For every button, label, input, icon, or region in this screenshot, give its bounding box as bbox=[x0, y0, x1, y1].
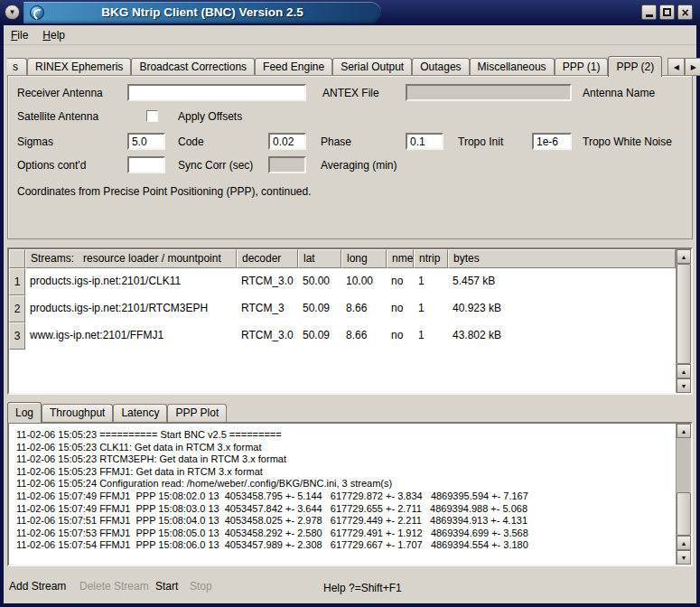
tab-scroll-right-button[interactable]: ▶ bbox=[685, 58, 700, 76]
menu-file[interactable]: File bbox=[4, 27, 35, 43]
streams-table-header: Streams: resource loader / mountpoint de… bbox=[9, 249, 676, 268]
tropo-init-label: Tropo Init bbox=[458, 135, 503, 148]
cell-decoder: RTCM_3.0 bbox=[237, 268, 298, 295]
log-line: 11-02-06 15:07:49 FFMJ1 PPP 15:08:02.0 1… bbox=[16, 490, 668, 503]
apply-offsets-checkbox[interactable] bbox=[146, 110, 158, 122]
title-capsule: BKG Ntrip Client (BNC) Version 2.5 bbox=[23, 2, 381, 23]
help-shortcut-label: Help ?=Shift+F1 bbox=[323, 582, 402, 594]
code-input[interactable] bbox=[268, 133, 306, 150]
phase-label: Phase bbox=[321, 135, 351, 148]
row-number[interactable]: 2 bbox=[9, 295, 25, 322]
tropo-init-input[interactable] bbox=[532, 133, 572, 150]
maximize-button[interactable] bbox=[659, 5, 675, 20]
stream-row-3[interactable]: 3 www.igs-ip.net:2101/FFMJ1 RTCM_3.0 50.… bbox=[9, 322, 676, 350]
phase-input[interactable] bbox=[406, 133, 443, 150]
tab-broadcast-corrections[interactable]: Broadcast Corrections bbox=[131, 58, 255, 76]
header-bytes: bytes bbox=[448, 249, 676, 268]
add-stream-button[interactable]: Add Stream bbox=[9, 580, 66, 593]
start-button[interactable]: Start bbox=[155, 580, 178, 593]
header-lat: lat bbox=[298, 249, 341, 268]
log-line: 11-02-06 15:07:54 FFMJ1 PPP 15:08:06.0 1… bbox=[16, 539, 668, 552]
sync-corr-label: Sync Corr (sec) bbox=[178, 159, 253, 172]
close-icon: × bbox=[681, 6, 688, 19]
cell-nmea: no bbox=[387, 268, 414, 295]
receiver-antenna-label: Receiver Antenna bbox=[17, 87, 103, 99]
code-label: Code bbox=[178, 135, 204, 148]
row-number[interactable]: 1 bbox=[9, 268, 25, 295]
header-long: long bbox=[341, 249, 387, 268]
titlebar[interactable]: ▾ BKG Ntrip Client (BNC) Version 2.5 × bbox=[0, 0, 700, 25]
tab-ppp-plot[interactable]: PPP Plot bbox=[167, 404, 227, 422]
minimize-button[interactable] bbox=[641, 5, 657, 20]
delete-stream-button[interactable]: Delete Stream bbox=[79, 580, 149, 593]
log-line: 11-02-06 15:05:23 ========== Start BNC v… bbox=[16, 429, 668, 442]
cell-lat: 50.00 bbox=[298, 268, 341, 295]
stop-button[interactable]: Stop bbox=[190, 580, 212, 593]
log-scrollbar-thumb[interactable] bbox=[677, 492, 691, 536]
apply-offsets-label: Apply Offsets bbox=[178, 110, 242, 123]
window-controls: × bbox=[641, 5, 693, 20]
menubar: File Help bbox=[4, 25, 696, 45]
sync-corr-input[interactable] bbox=[268, 156, 306, 173]
row-number[interactable]: 3 bbox=[9, 322, 25, 350]
menu-help[interactable]: Help bbox=[35, 27, 72, 43]
options-contd-label: Options cont'd bbox=[17, 159, 86, 172]
log-scrollbar[interactable]: ▲ ▲ ▼ bbox=[676, 424, 691, 565]
streams-table: Streams: resource loader / mountpoint de… bbox=[7, 247, 693, 395]
tab-serial-output[interactable]: Serial Output bbox=[332, 58, 412, 76]
log-line: 11-02-06 15:05:23 RTCM3EPH: Get data in … bbox=[16, 453, 668, 466]
antenna-name-label: Antenna Name bbox=[583, 87, 655, 99]
cell-long: 10.00 bbox=[341, 268, 387, 295]
cell-decoder: RTCM_3.0 bbox=[237, 322, 298, 350]
antex-file-label: ANTEX File bbox=[322, 87, 379, 99]
antex-file-input[interactable] bbox=[406, 84, 572, 101]
close-button[interactable]: × bbox=[677, 5, 693, 20]
log-scroll-up-button[interactable]: ▲ bbox=[677, 424, 691, 438]
tab-log[interactable]: Log bbox=[7, 402, 42, 423]
cell-mountpoint: www.igs-ip.net:2101/FFMJ1 bbox=[25, 322, 237, 350]
log-text: 11-02-06 15:05:23 ========== Start BNC v… bbox=[9, 424, 676, 565]
table-scroll-up-button-2[interactable]: ▲ bbox=[677, 364, 691, 378]
table-scroll-down-button[interactable]: ▼ bbox=[677, 378, 691, 393]
log-scrollbar-track[interactable] bbox=[677, 438, 691, 536]
cell-ntrip: 1 bbox=[414, 268, 448, 295]
table-scrollbar-thumb[interactable] bbox=[677, 264, 691, 364]
tab-throughput[interactable]: Throughput bbox=[42, 404, 113, 422]
cell-ntrip: 1 bbox=[414, 295, 448, 322]
log-line: 11-02-06 15:07:51 FFMJ1 PPP 15:08:04.0 1… bbox=[16, 515, 668, 528]
up-arrow-icon: ▲ bbox=[681, 369, 687, 375]
receiver-antenna-input[interactable] bbox=[127, 84, 306, 101]
log-line: 11-02-06 15:05:23 FFMJ1: Get data in RTC… bbox=[16, 466, 668, 479]
output-tabbar: Log Throughput Latency PPP Plot bbox=[7, 403, 227, 422]
tab-ppp-1[interactable]: PPP (1) bbox=[555, 58, 609, 76]
cell-mountpoint: products.igs-ip.net:2101/RTCM3EPH bbox=[25, 295, 237, 322]
stream-row-1[interactable]: 1 products.igs-ip.net:2101/CLK11 RTCM_3.… bbox=[9, 268, 676, 295]
cell-bytes: 5.457 kB bbox=[448, 268, 676, 295]
cell-lat: 50.09 bbox=[298, 295, 341, 322]
stream-row-2[interactable]: 2 products.igs-ip.net:2101/RTCM3EPH RTCM… bbox=[9, 295, 676, 322]
tab-scroll-left-button[interactable]: ◀ bbox=[667, 58, 685, 76]
header-mountpoint: Streams: resource loader / mountpoint bbox=[25, 249, 237, 268]
window-title: BKG Ntrip Client (BNC) Version 2.5 bbox=[23, 2, 381, 23]
window-content: File Help s RINEX Ephemeris Broadcast Co… bbox=[4, 25, 696, 603]
cell-bytes: 43.802 kB bbox=[448, 322, 676, 350]
tab-latency[interactable]: Latency bbox=[113, 404, 167, 422]
tab-clipped[interactable]: s bbox=[7, 58, 27, 76]
cell-lat: 50.09 bbox=[298, 322, 341, 350]
sigmas-input[interactable] bbox=[127, 133, 165, 150]
tab-miscellaneous[interactable]: Miscellaneous bbox=[470, 58, 555, 76]
tab-ppp-2[interactable]: PPP (2) bbox=[608, 56, 662, 77]
table-scroll-up-button[interactable]: ▲ bbox=[677, 249, 691, 264]
tab-feed-engine[interactable]: Feed Engine bbox=[255, 58, 332, 76]
tab-rinex-ephemeris[interactable]: RINEX Ephemeris bbox=[27, 58, 131, 76]
table-scrollbar-track[interactable] bbox=[677, 264, 691, 364]
streams-table-viewport: Streams: resource loader / mountpoint de… bbox=[9, 249, 676, 393]
tropo-white-noise-label: Tropo White Noise bbox=[583, 135, 672, 148]
window-menu-button[interactable]: ▾ bbox=[5, 5, 20, 20]
log-scroll-down-button[interactable]: ▼ bbox=[677, 550, 691, 565]
options-contd-input[interactable] bbox=[127, 156, 165, 173]
cell-long: 8.66 bbox=[341, 295, 387, 322]
table-scrollbar[interactable]: ▲ ▲ ▼ bbox=[676, 249, 691, 393]
log-scroll-up-button-2[interactable]: ▲ bbox=[677, 536, 691, 550]
tab-outages[interactable]: Outages bbox=[412, 58, 469, 76]
